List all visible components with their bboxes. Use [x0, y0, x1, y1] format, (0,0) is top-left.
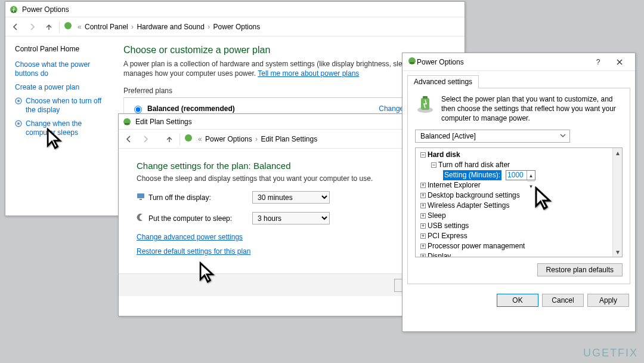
forward-button[interactable]	[139, 133, 152, 146]
collapse-icon[interactable]: −	[420, 152, 426, 158]
sleep-select[interactable]: 3 hours	[252, 212, 330, 224]
svg-point-2	[64, 22, 72, 29]
tree-item[interactable]: PCI Express	[428, 231, 467, 241]
breadcrumb[interactable]: « Control Panel › Hardware and Sound › P…	[76, 23, 260, 31]
tab-panel: Select the power plan that you want to c…	[407, 88, 630, 284]
balanced-label[interactable]: Balanced (recommended)	[147, 104, 235, 113]
power-options-icon	[122, 117, 132, 127]
close-button[interactable]	[609, 56, 630, 69]
svg-rect-16	[423, 96, 428, 99]
tree-item[interactable]: Wireless Adapter Settings	[428, 201, 509, 211]
turn-off-display-select[interactable]: 30 minutes	[252, 191, 330, 204]
scroll-down-icon[interactable]: ▾	[614, 248, 622, 256]
plan-dropdown[interactable]: Balanced [Active]	[415, 130, 570, 143]
tree-item[interactable]: Internet Explorer	[428, 180, 481, 190]
tree-item[interactable]: Display	[428, 251, 451, 257]
dialog-title: Power Options	[417, 58, 464, 66]
tree-item[interactable]: Desktop background settings	[428, 190, 520, 201]
settings-tree[interactable]: −Hard disk −Turn off hard disk after Set…	[415, 147, 623, 257]
learn-more-link[interactable]: Tell me more about power plans	[258, 69, 359, 78]
svg-point-6	[17, 122, 20, 125]
tree-hard-disk[interactable]: Hard disk	[428, 150, 460, 160]
help-button[interactable]: ?	[587, 56, 609, 69]
tree-item[interactable]: Sleep	[428, 211, 446, 221]
svg-point-4	[17, 100, 20, 102]
breadcrumb-icon	[63, 21, 73, 32]
plan-dropdown-value: Balanced [Active]	[420, 132, 476, 140]
monitor-icon	[137, 192, 145, 202]
chevron-down-icon	[560, 132, 566, 140]
sleep-label: Put the computer to sleep:	[137, 213, 244, 223]
dialog-titlebar: Power Options ?	[402, 53, 635, 71]
dialog-buttons: OK Cancel Apply	[402, 289, 635, 313]
svg-rect-11	[140, 199, 142, 200]
up-button[interactable]	[163, 133, 176, 146]
bullet-icon	[15, 97, 22, 104]
breadcrumb-bar: « Control Panel › Hardware and Sound › P…	[5, 17, 465, 36]
breadcrumb[interactable]: « Power Options › Edit Plan Settings	[197, 135, 317, 143]
turn-off-display-label: Turn off the display:	[137, 192, 244, 202]
back-button[interactable]	[9, 20, 22, 33]
tree-item[interactable]: Processor power management	[428, 241, 525, 251]
up-button[interactable]	[42, 20, 55, 33]
collapse-icon[interactable]: −	[431, 162, 436, 168]
sidebar-link-create-plan[interactable]: Create a power plan	[15, 83, 107, 92]
tree-setting-label[interactable]: Setting (Minutes):	[443, 170, 501, 180]
svg-rect-10	[137, 193, 144, 198]
power-options-icon	[407, 56, 417, 67]
ok-button[interactable]: OK	[497, 294, 538, 307]
svg-rect-8	[125, 123, 129, 125]
dialog-description: Select the power plan that you want to c…	[441, 94, 623, 124]
sidebar-link-change-sleep[interactable]: Change when the computer sleeps	[15, 119, 107, 137]
expand-icon[interactable]: +	[420, 183, 426, 188]
titlebar: Power Options	[5, 2, 465, 17]
back-button[interactable]	[122, 133, 135, 146]
sidebar: Control Panel Home Choose what the power…	[5, 36, 113, 148]
spin-down-button[interactable]: ▼	[527, 182, 535, 192]
setting-value-input[interactable]	[506, 171, 527, 180]
bullet-icon	[15, 120, 22, 127]
tree-turn-off-hd[interactable]: Turn off hard disk after	[438, 160, 510, 170]
window-title: Power Options	[22, 5, 69, 14]
setting-spinner[interactable]: ▲ ▼	[506, 170, 535, 180]
svg-point-9	[185, 134, 192, 141]
breadcrumb-icon	[184, 133, 193, 144]
forward-button[interactable]	[26, 20, 39, 33]
moon-icon	[137, 213, 145, 223]
power-options-icon	[9, 5, 18, 14]
cancel-button[interactable]: Cancel	[542, 294, 584, 307]
sidebar-home[interactable]: Control Panel Home	[15, 45, 107, 53]
separator	[179, 133, 180, 145]
balanced-radio[interactable]	[134, 106, 142, 113]
expand-icon[interactable]: +	[420, 223, 426, 229]
expand-icon[interactable]: +	[420, 213, 426, 219]
tab-strip: Advanced settings	[402, 71, 635, 88]
tree-item[interactable]: USB settings	[428, 221, 469, 231]
expand-icon[interactable]: +	[420, 203, 426, 208]
spin-up-button[interactable]: ▲	[527, 171, 535, 182]
watermark: UGETFIX	[583, 347, 638, 359]
advanced-power-dialog: Power Options ? Advanced settings Select…	[402, 53, 636, 332]
svg-rect-13	[410, 62, 414, 64]
tab-advanced-settings[interactable]: Advanced settings	[407, 75, 479, 88]
expand-icon[interactable]: +	[420, 254, 426, 257]
separator	[59, 21, 60, 33]
restore-defaults-button[interactable]: Restore plan defaults	[537, 263, 623, 276]
apply-button[interactable]: Apply	[587, 294, 629, 307]
expand-icon[interactable]: +	[420, 233, 426, 239]
expand-icon[interactable]: +	[420, 244, 426, 249]
window-title: Edit Plan Settings	[135, 118, 192, 126]
scrollbar[interactable]: ▴ ▾	[612, 148, 622, 257]
scroll-up-icon[interactable]: ▴	[614, 149, 622, 157]
sidebar-link-power-buttons[interactable]: Choose what the power buttons do	[15, 60, 107, 78]
sidebar-link-turn-off-display[interactable]: Choose when to turn off the display	[15, 97, 107, 115]
battery-large-icon	[415, 94, 435, 124]
expand-icon[interactable]: +	[420, 193, 426, 198]
